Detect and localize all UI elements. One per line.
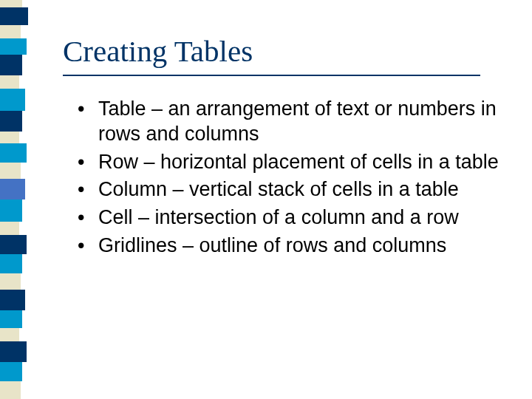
stripe-segment [0,163,21,179]
stripe-segment [0,7,28,25]
stripe-segment [0,111,22,132]
stripe-segment [0,25,21,38]
stripe-segment [0,0,22,7]
stripe-segment [0,341,27,362]
left-stripe-decoration [0,0,30,399]
slide-content: Creating Tables Table – an arrangement o… [63,33,510,262]
stripe-segment [0,222,19,235]
bullet-item: Gridlines – outline of rows and columns [78,233,510,259]
stripe-segment [0,254,22,273]
stripe-segment [0,89,25,111]
stripe-segment [0,235,27,254]
stripe-segment [0,132,19,143]
stripe-segment [0,381,21,399]
stripe-segment [0,328,19,341]
stripe-segment [0,290,25,310]
stripe-segment [0,38,27,55]
stripe-segment [0,310,22,328]
stripe-segment [0,75,19,89]
bullet-list: Table – an arrangement of text or number… [63,97,510,259]
stripe-segment [0,55,22,75]
bullet-item: Column – vertical stack of cells in a ta… [78,177,510,202]
bullet-item: Table – an arrangement of text or number… [78,97,510,147]
title-underline [63,75,480,76]
bullet-item: Cell – intersection of a column and a ro… [78,205,510,231]
stripe-segment [0,179,25,200]
stripe-segment [0,143,27,163]
stripe-segment [0,273,21,290]
stripe-segment [0,362,22,381]
slide-title: Creating Tables [63,33,510,69]
stripe-segment [0,200,22,222]
bullet-item: Row – horizontal placement of cells in a… [78,150,510,175]
